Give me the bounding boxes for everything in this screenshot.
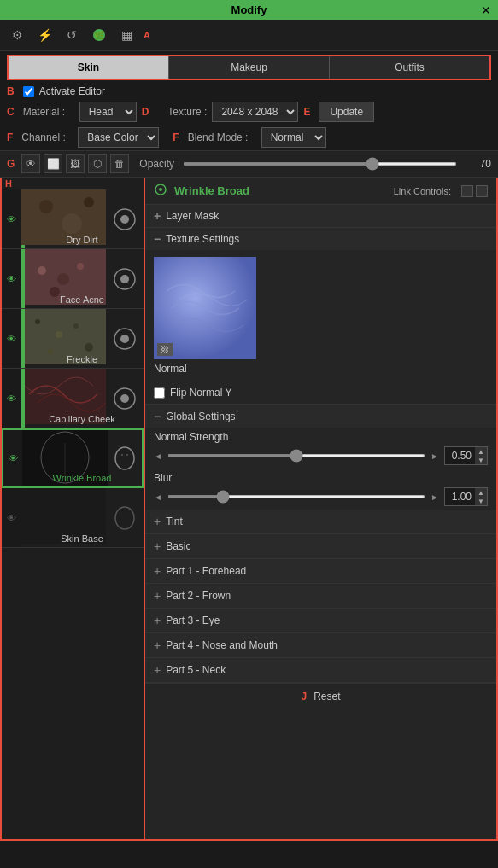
image-icon[interactable]: 🖼 — [66, 154, 85, 173]
visibility-eye-wrinkle[interactable]: 👁 — [3, 430, 22, 486]
link-boxes — [461, 185, 488, 197]
toolbar-icon-grid[interactable]: ▦ — [116, 25, 137, 45]
texture-link-icon[interactable]: ⛓ — [157, 343, 173, 356]
tab-skin[interactable]: Skin — [9, 56, 169, 79]
material-row: C Material : Head Body Limbs D Texture :… — [0, 99, 498, 125]
blur-slider[interactable] — [167, 495, 425, 498]
tint-label: Tint — [166, 516, 183, 527]
tint-row[interactable]: + Tint — [145, 510, 496, 534]
normal-strength-container: ◄ ► 0.50 ▲ ▼ — [154, 446, 488, 465]
normal-strength-slider[interactable] — [167, 454, 425, 457]
normal-strength-value-box: 0.50 ▲ ▼ — [444, 446, 488, 465]
texture-select[interactable]: 512 x 512 1024 x 1024 2048 x 2048 4096 x… — [212, 102, 298, 122]
stack-icon[interactable]: ⬡ — [88, 154, 107, 173]
visibility-eye-capillary[interactable]: 👁 — [2, 369, 21, 428]
normal-strength-label: Normal Strength — [154, 431, 488, 443]
material-select[interactable]: Head Body Limbs — [79, 102, 137, 122]
close-button[interactable]: ✕ — [481, 3, 491, 17]
link-controls-label: Link Controls: — [394, 186, 451, 196]
svg-point-7 — [120, 215, 129, 224]
svg-point-18 — [73, 323, 79, 329]
tab-makeup[interactable]: Makeup — [169, 56, 330, 79]
layer-item-capillary-cheek[interactable]: 👁 Capillary Cheek — [2, 369, 144, 428]
part2-row[interactable]: + Part 2 - Frown — [145, 584, 496, 609]
channel-select[interactable]: Base Color Roughness Metallic Normal — [78, 127, 159, 148]
toolbar-icon-sliders[interactable]: ⚙ — [7, 25, 27, 45]
svg-point-22 — [120, 335, 129, 343]
layer-item-wrinkle-broad[interactable]: 👁 Wrinkle Broad — [2, 428, 144, 488]
opacity-slider[interactable] — [183, 162, 457, 166]
flip-normal-checkbox[interactable] — [154, 387, 165, 399]
part1-row[interactable]: + Part 1 - Forehead — [145, 559, 496, 584]
layer-item-dry-dirt[interactable]: 👁 Dry Dirt — [2, 189, 144, 249]
part4-label: Part 4 - Nose and Mouth — [166, 639, 278, 651]
blend-mode-select[interactable]: Normal Multiply Screen Overlay — [261, 127, 326, 148]
layer-mask-header[interactable]: + Layer Mask — [145, 205, 496, 227]
part4-row[interactable]: + Part 4 - Nose and Mouth — [145, 633, 496, 658]
copy-icon[interactable]: ⬜ — [44, 154, 62, 173]
visibility-eye-dry-dirt[interactable]: 👁 — [2, 189, 21, 248]
link-box-1[interactable] — [461, 185, 473, 197]
reset-footer: J Reset — [145, 683, 496, 709]
blur-label: Blur — [154, 472, 488, 484]
visibility-eye-freckle[interactable]: 👁 — [2, 309, 21, 368]
toolbar-icon-bolt[interactable]: ⚡ — [34, 25, 55, 45]
basic-row[interactable]: + Basic — [145, 534, 496, 559]
link-box-2[interactable] — [476, 185, 488, 197]
normal-strength-row: Normal Strength ◄ ► 0.50 ▲ ▼ — [145, 428, 496, 469]
layer-item-freckle[interactable]: 👁 Freckle — [2, 309, 144, 369]
activate-editor-checkbox[interactable] — [23, 86, 34, 97]
texture-label: Texture : — [167, 106, 207, 118]
visibility-eye-skin-base[interactable]: 👁 — [2, 488, 21, 547]
normal-strength-up[interactable]: ▲ — [475, 447, 487, 456]
label-h: H — [2, 178, 15, 190]
svg-point-9 — [38, 266, 46, 275]
svg-point-33 — [115, 507, 134, 529]
label-f-channel: F — [7, 131, 13, 143]
blur-container: ◄ ► 1.00 ▲ ▼ — [154, 487, 488, 506]
layer-mask-section: + Layer Mask — [145, 205, 496, 228]
update-button[interactable]: Update — [319, 102, 374, 122]
part5-row[interactable]: + Part 5 - Neck — [145, 658, 496, 683]
toolbar-icon-leaf[interactable]: 🌿 — [89, 25, 109, 45]
channel-label: Channel : — [21, 131, 73, 143]
left-panel: H 👁 Dry Dirt — [0, 178, 145, 841]
texture-preview-label: Normal — [154, 363, 187, 375]
texture-settings-header[interactable]: − Texture Settings — [145, 228, 496, 250]
svg-point-19 — [85, 343, 93, 352]
reset-button[interactable]: Reset — [313, 690, 340, 702]
normal-strength-value: 0.50 — [445, 448, 475, 463]
label-f-blend: F — [173, 131, 179, 143]
svg-point-10 — [57, 273, 69, 285]
visibility-eye-face-acne[interactable]: 👁 — [2, 249, 21, 308]
layer-item-skin-base[interactable]: 👁 Skin Base — [2, 488, 144, 548]
svg-point-4 — [62, 213, 82, 234]
title-bar: Modify ✕ — [0, 0, 498, 20]
svg-point-3 — [39, 200, 53, 213]
layer-item-face-acne[interactable]: 👁 Face Acne — [2, 249, 144, 309]
eye-icon[interactable]: 👁 — [21, 154, 40, 173]
texture-preview[interactable]: ⛓ — [154, 257, 256, 359]
blur-row: Blur ◄ ► 1.00 ▲ ▼ — [145, 469, 496, 510]
label-d: D — [142, 106, 149, 118]
part2-plus-icon: + — [154, 589, 161, 603]
label-g: G — [7, 158, 15, 170]
part3-label: Part 3 - Eye — [166, 615, 220, 626]
trash-icon[interactable]: 🗑 — [110, 154, 129, 173]
blend-mode-label: Blend Mode : — [188, 131, 256, 143]
blur-up[interactable]: ▲ — [475, 488, 487, 497]
blur-down[interactable]: ▼ — [475, 497, 487, 505]
part3-row[interactable]: + Part 3 - Eye — [145, 609, 496, 633]
main-area: H 👁 Dry Dirt — [0, 178, 498, 841]
normal-strength-down[interactable]: ▼ — [475, 456, 487, 464]
basic-label: Basic — [166, 540, 190, 552]
label-c: C — [7, 106, 15, 118]
label-j: J — [301, 690, 307, 702]
blur-right-arrow: ► — [431, 492, 439, 502]
flip-normal-label: Flip Normal Y — [170, 387, 231, 399]
toolbar-icon-refresh[interactable]: ↺ — [62, 25, 82, 45]
layer-name-freckle: Freckle — [21, 354, 144, 364]
tab-outfits[interactable]: Outfits — [330, 56, 489, 79]
texture-settings-section: − Texture Settings — [145, 228, 496, 405]
global-settings-header[interactable]: − Global Settings — [145, 405, 496, 428]
